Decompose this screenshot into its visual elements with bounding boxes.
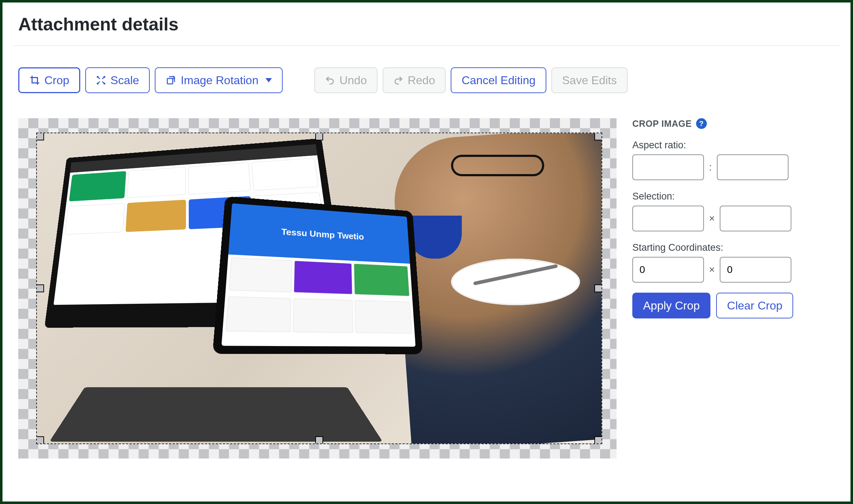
starting-y-input[interactable] <box>720 257 791 283</box>
aspect-ratio-height-input[interactable] <box>717 154 789 180</box>
selection-height-input[interactable] <box>720 206 791 231</box>
crop-handle-top-left[interactable] <box>36 133 44 140</box>
svg-point-0 <box>97 76 99 77</box>
cancel-editing-label: Cancel Editing <box>461 74 535 87</box>
rotation-button-label: Image Rotation <box>181 74 258 87</box>
scale-button-label: Scale <box>110 74 139 87</box>
crop-button-label: Crop <box>44 74 69 87</box>
help-icon[interactable]: ? <box>696 118 707 129</box>
aspect-ratio-label: Aspect ratio: <box>632 140 801 151</box>
image-canvas[interactable]: Tessu Unmp Twetio <box>18 118 617 459</box>
save-edits-button[interactable]: Save Edits <box>551 67 628 93</box>
save-edits-label: Save Edits <box>562 74 617 87</box>
selection-label: Selection: <box>632 191 801 202</box>
crop-selection[interactable]: Tessu Unmp Twetio <box>36 133 602 444</box>
starting-x-input[interactable] <box>632 257 704 283</box>
image-rotation-button[interactable]: Image Rotation <box>155 67 283 93</box>
crop-handle-bottom-right[interactable] <box>594 436 602 444</box>
svg-rect-4 <box>167 78 173 84</box>
selection-separator: × <box>709 213 715 224</box>
selection-width-input[interactable] <box>632 206 704 231</box>
crop-icon <box>29 75 40 86</box>
svg-point-1 <box>104 76 105 77</box>
aspect-ratio-separator: : <box>709 162 712 173</box>
chevron-down-icon <box>265 78 272 82</box>
svg-point-2 <box>97 83 99 84</box>
crop-handle-mid-left[interactable] <box>36 284 44 292</box>
cancel-editing-button[interactable]: Cancel Editing <box>451 67 546 93</box>
starting-coordinates-label: Starting Coordinates: <box>632 242 801 253</box>
title-divider <box>13 45 840 46</box>
redo-icon <box>393 75 403 85</box>
crop-sidebar: CROP IMAGE ? Aspect ratio: : Selection: … <box>632 118 801 459</box>
crop-handle-mid-right[interactable] <box>594 284 602 292</box>
crop-handle-bottom-left[interactable] <box>36 436 44 444</box>
scale-icon <box>96 75 106 85</box>
crop-panel-title: CROP IMAGE <box>632 119 692 129</box>
svg-point-3 <box>104 83 105 84</box>
aspect-ratio-width-input[interactable] <box>632 154 704 180</box>
crop-handle-top-right[interactable] <box>594 133 602 140</box>
undo-button-label: Undo <box>339 74 367 87</box>
redo-button-label: Redo <box>408 74 435 87</box>
page-title: Attachment details <box>18 14 840 35</box>
clear-crop-button[interactable]: Clear Crop <box>716 293 793 318</box>
redo-button[interactable]: Redo <box>383 67 446 93</box>
scale-button[interactable]: Scale <box>85 67 150 93</box>
crop-handle-bottom-mid[interactable] <box>315 436 323 444</box>
clear-crop-label: Clear Crop <box>727 299 782 312</box>
crop-button[interactable]: Crop <box>18 67 80 93</box>
undo-icon <box>325 75 335 85</box>
image-preview: Tessu Unmp Twetio <box>37 133 602 443</box>
rotate-icon <box>166 75 176 86</box>
crop-handle-top-mid[interactable] <box>315 133 323 140</box>
coords-separator: × <box>709 264 715 275</box>
apply-crop-label: Apply Crop <box>643 299 700 312</box>
undo-button[interactable]: Undo <box>314 67 378 93</box>
apply-crop-button[interactable]: Apply Crop <box>632 293 710 318</box>
editor-toolbar: Crop Scale Image Rotation Undo <box>18 67 840 93</box>
